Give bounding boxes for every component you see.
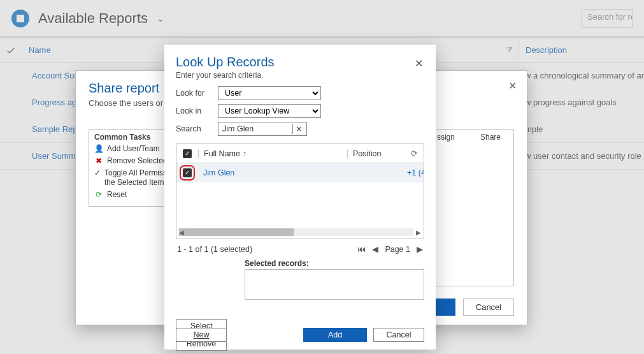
column-label: Full Name <box>204 149 240 158</box>
scroll-thumb[interactable] <box>179 228 294 236</box>
column-header-position[interactable]: Position <box>347 149 404 158</box>
look-in-select[interactable]: User Lookup View <box>218 104 321 118</box>
user-add-icon: 👤 <box>94 144 103 154</box>
scroll-right-icon[interactable]: ▶ <box>415 228 422 236</box>
task-label: Reset <box>107 190 127 200</box>
remove-icon: ✖ <box>94 156 103 166</box>
search-label: Search <box>176 124 218 133</box>
row-checkbox[interactable] <box>176 168 198 177</box>
pager: 1 - 1 of 1 (1 selected) ⏮ ◀ Page 1 ▶ <box>176 239 424 259</box>
task-label: Add User/Team <box>107 144 160 154</box>
close-icon[interactable]: ✕ <box>508 80 517 92</box>
search-input-value: Jim Glen <box>222 124 254 133</box>
scroll-left-icon[interactable]: ◀ <box>178 228 185 236</box>
first-page-button[interactable]: ⏮ <box>357 244 366 254</box>
clear-search-icon[interactable]: ✕ <box>292 124 303 134</box>
cancel-button[interactable]: Cancel <box>373 328 424 342</box>
permissions-grid: ssign Share <box>433 129 514 286</box>
page-label: Page 1 <box>385 245 410 254</box>
refresh-icon[interactable]: ⟳ <box>404 149 424 158</box>
look-in-label: Look in <box>176 107 218 115</box>
add-button[interactable]: Add <box>303 328 367 342</box>
horizontal-scrollbar[interactable]: ◀ ▶ <box>179 228 413 236</box>
search-input[interactable]: Jim Glen ✕ <box>218 122 307 136</box>
column-share: Share <box>480 133 501 142</box>
prev-page-button[interactable]: ◀ <box>372 244 378 254</box>
new-button[interactable]: New <box>176 328 227 342</box>
cancel-button[interactable]: Cancel <box>463 299 514 316</box>
pager-status: 1 - 1 of 1 (1 selected) <box>177 245 252 254</box>
close-icon[interactable]: ✕ <box>415 57 423 70</box>
check-icon: ✓ <box>94 168 101 178</box>
column-header-fullname[interactable]: Full Name ↑ <box>198 149 347 158</box>
results-grid: Full Name ↑ Position ⟳ Jim Glen +1 (4 ◀ … <box>176 144 424 239</box>
select-all-checkbox[interactable] <box>176 149 198 158</box>
next-page-button[interactable]: ▶ <box>417 244 423 254</box>
lookup-records-dialog: ✕ Look Up Records Enter your search crit… <box>164 45 436 350</box>
result-phone: +1 (4 <box>404 168 424 177</box>
lookup-title: Look Up Records <box>176 55 424 70</box>
column-assign: ssign <box>437 133 455 142</box>
reset-icon: ⟳ <box>94 190 103 200</box>
look-for-label: Look for <box>176 89 218 98</box>
look-for-select[interactable]: User <box>218 86 321 100</box>
lookup-subtitle: Enter your search criteria. <box>176 71 424 80</box>
selected-records-box[interactable] <box>245 269 424 300</box>
result-name[interactable]: Jim Glen <box>198 168 347 177</box>
result-row[interactable]: Jim Glen +1 (4 <box>176 163 424 182</box>
selected-records-label: Selected records: <box>245 259 424 268</box>
sort-asc-icon: ↑ <box>243 149 247 158</box>
